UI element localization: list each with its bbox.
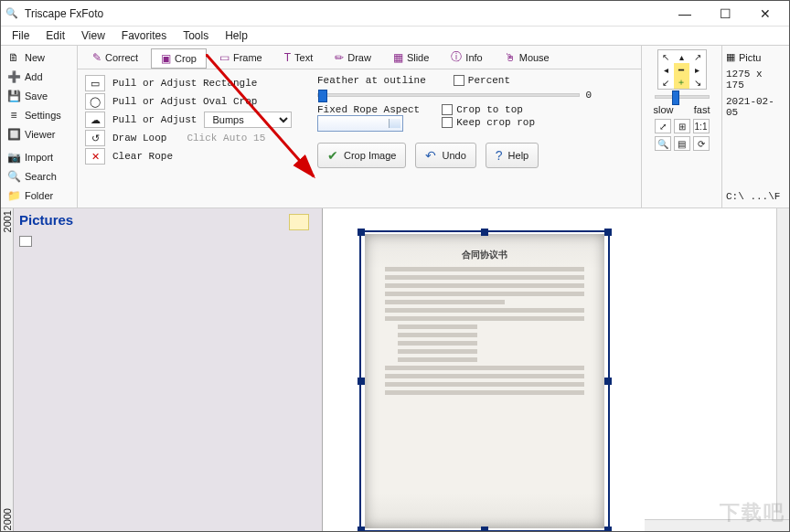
handle-br[interactable] <box>604 527 612 532</box>
sticky-note-icon[interactable] <box>289 214 309 230</box>
shape-custom[interactable]: ☁Pull or AdjustBumps <box>85 112 304 128</box>
nav-sw-icon[interactable]: ↙ <box>658 76 674 89</box>
rotate-icon[interactable]: ⟳ <box>693 136 710 151</box>
crop-params: Feather at outline Percent 0 Fixed Rope … <box>317 75 592 168</box>
feather-slider[interactable] <box>317 93 580 97</box>
maximize-button[interactable]: ☐ <box>705 2 745 26</box>
help-button[interactable]: ?Help <box>486 143 539 168</box>
tool-settings[interactable]: ≡Settings <box>3 107 75 123</box>
tab-crop[interactable]: ▣Crop <box>151 48 207 69</box>
handle-ml[interactable] <box>358 378 365 385</box>
feather-label: Feather at outline <box>317 75 426 86</box>
shape-tools: ▭Pull or Adjust Rectangle ◯Pull or Adjus… <box>85 75 304 168</box>
tool-area: 🗎New ➕Add 💾Save ≡Settings 🔲Viewer 📷Impor… <box>1 45 789 208</box>
menu-edit[interactable]: Edit <box>38 27 72 44</box>
nav-w-icon[interactable]: ◂ <box>658 63 674 76</box>
keep-crop-checkbox[interactable]: Keep crop rop <box>442 117 535 128</box>
pictures-tab[interactable]: ▦Pictu <box>726 51 785 63</box>
menu-file[interactable]: File <box>5 27 37 44</box>
pictures-panel: 20012000 Pictures <box>1 208 323 532</box>
speed-slider[interactable] <box>655 95 710 99</box>
crop-options: ▭Pull or Adjust Rectangle ◯Pull or Adjus… <box>78 69 641 174</box>
crop-image-button[interactable]: ✔Crop Image <box>317 143 406 168</box>
shape-oval[interactable]: ◯Pull or Adjust Oval Crop <box>85 93 304 110</box>
nav-panel: ↖▴↗ ◂━▸ ↙＋↘ slowfast ⤢⊞1:1 🔍▤⟳ <box>641 46 721 207</box>
aspect-combo[interactable] <box>317 115 403 132</box>
oval-icon: ◯ <box>85 93 105 110</box>
tab-info[interactable]: ⓘInfo <box>442 47 491 68</box>
tool-import[interactable]: 📷Import <box>3 149 75 165</box>
add-icon: ➕ <box>6 70 21 83</box>
window-title: Triscape FxFoto <box>25 7 665 20</box>
handle-bl[interactable] <box>358 527 365 532</box>
loop-icon: ↺ <box>85 130 105 146</box>
nav-ne-icon[interactable]: ↗ <box>689 50 705 63</box>
minimize-button[interactable]: — <box>665 2 705 26</box>
percent-checkbox[interactable]: Percent <box>454 75 510 86</box>
menu-help[interactable]: Help <box>218 27 255 44</box>
layers-icon[interactable]: ▤ <box>674 136 690 151</box>
checkbox-icon <box>442 117 453 128</box>
nav-cluster[interactable]: ↖▴↗ ◂━▸ ↙＋↘ <box>657 49 707 90</box>
titlebar: 🔍 Triscape FxFoto — ☐ ✕ <box>1 1 789 27</box>
nav-plus-icon[interactable]: ＋ <box>674 76 689 89</box>
thumbnail-placeholder[interactable] <box>19 236 32 247</box>
shape-select[interactable]: Bumps <box>204 112 292 128</box>
text-icon: T <box>284 51 291 64</box>
tab-correct[interactable]: ✎Correct <box>83 48 147 67</box>
shape-rectangle[interactable]: ▭Pull or Adjust Rectangle <box>85 75 304 91</box>
speed-labels: slowfast <box>654 104 710 115</box>
tab-frame[interactable]: ▭Frame <box>210 48 272 67</box>
actual-icon[interactable]: 1:1 <box>693 119 710 133</box>
nav-n-icon[interactable]: ▴ <box>674 50 689 63</box>
checkbox-icon <box>442 104 453 115</box>
info-icon: ⓘ <box>451 49 462 65</box>
nav-nw-icon[interactable]: ↖ <box>658 50 674 63</box>
zoom-icon[interactable]: 🔍 <box>655 136 671 151</box>
tab-text[interactable]: TText <box>275 48 323 67</box>
aspect-label: Fixed Rope Aspect <box>317 104 420 115</box>
main-area: 20012000 Pictures 合同协议书 <box>1 208 789 532</box>
view-icons: ⤢⊞1:1 🔍▤⟳ <box>655 119 710 151</box>
tool-add[interactable]: ➕Add <box>3 69 75 85</box>
window-buttons: — ☐ ✕ <box>665 2 785 26</box>
tool-viewer[interactable]: 🔲Viewer <box>3 126 75 143</box>
menu-favorites[interactable]: Favorites <box>114 27 174 44</box>
handle-tm[interactable] <box>481 229 488 236</box>
shape-loop[interactable]: ↺Draw LoopClick Auto 15 <box>85 130 304 146</box>
image-path: C:\ ...\F <box>726 191 785 202</box>
grid-icon[interactable]: ⊞ <box>674 119 690 133</box>
menu-tools[interactable]: Tools <box>176 27 216 44</box>
handle-tr[interactable] <box>604 229 612 236</box>
close-button[interactable]: ✕ <box>745 2 785 26</box>
menubar: File Edit View Favorites Tools Help <box>1 27 789 45</box>
import-icon: 📷 <box>6 151 21 164</box>
undo-button[interactable]: ↶Undo <box>415 143 475 168</box>
pictures-icon: ▦ <box>726 51 735 63</box>
tool-folder[interactable]: 📁Folder <box>3 187 75 204</box>
canvas[interactable]: 合同协议书 下载吧 <box>323 208 789 532</box>
handle-bm[interactable] <box>481 527 488 532</box>
scrollbar-vertical[interactable] <box>776 208 789 519</box>
nav-e-icon[interactable]: ▸ <box>689 63 705 76</box>
ribbon-tabs: ✎Correct ▣Crop ▭Frame TText ✏Draw ▦Slide… <box>78 46 641 69</box>
fit-icon[interactable]: ⤢ <box>655 119 671 133</box>
pictures-header: Pictures <box>19 212 73 228</box>
crop-top-checkbox[interactable]: Crop to top <box>442 104 535 115</box>
tab-slide[interactable]: ▦Slide <box>384 48 438 67</box>
tool-new[interactable]: 🗎New <box>3 49 75 66</box>
crop-box[interactable] <box>359 230 610 532</box>
draw-icon: ✏ <box>335 51 344 64</box>
menu-view[interactable]: View <box>74 27 112 44</box>
handle-tl[interactable] <box>358 229 365 236</box>
crop-region[interactable]: 合同协议书 <box>359 230 610 532</box>
nav-center-icon[interactable]: ━ <box>674 63 689 76</box>
tool-save[interactable]: 💾Save <box>3 88 75 104</box>
nav-se-icon[interactable]: ↘ <box>689 76 705 89</box>
shape-clear[interactable]: ✕Clear Rope <box>85 148 304 165</box>
tab-draw[interactable]: ✏Draw <box>326 48 380 67</box>
tool-search[interactable]: 🔍Search <box>3 168 75 185</box>
settings-icon: ≡ <box>6 109 21 122</box>
handle-mr[interactable] <box>604 378 612 385</box>
tab-mouse[interactable]: 🖱Mouse <box>496 48 559 67</box>
